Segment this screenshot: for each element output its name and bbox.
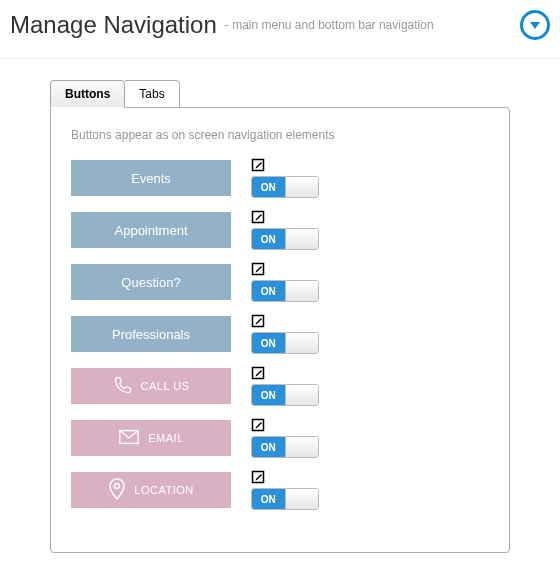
chevron-down-icon: [528, 18, 542, 32]
visibility-toggle[interactable]: ON: [251, 280, 319, 302]
phone-icon: [113, 375, 133, 397]
tab-buttons[interactable]: Buttons: [50, 80, 125, 108]
nav-button-label: Professionals: [112, 327, 190, 342]
edit-icon[interactable]: [251, 470, 265, 484]
nav-row: EMAILON: [71, 418, 489, 458]
toggle-handle: [285, 437, 319, 457]
nav-button-label: CALL US: [141, 380, 190, 392]
nav-button[interactable]: LOCATION: [71, 472, 231, 508]
nav-button-label: Events: [131, 171, 171, 186]
edit-icon[interactable]: [251, 158, 265, 172]
nav-row: CALL USON: [71, 366, 489, 406]
nav-button-label: Appointment: [115, 223, 188, 238]
nav-row: EventsON: [71, 158, 489, 198]
nav-row: ProfessionalsON: [71, 314, 489, 354]
panel-note: Buttons appear as on screen navigation e…: [71, 128, 489, 142]
nav-button[interactable]: Events: [71, 160, 231, 196]
nav-row: Question?ON: [71, 262, 489, 302]
toggle-handle: [285, 385, 319, 405]
header-dropdown-button[interactable]: [520, 10, 550, 40]
buttons-panel: Buttons appear as on screen navigation e…: [50, 107, 510, 553]
toggle-on-label: ON: [252, 333, 285, 353]
tab-tabs[interactable]: Tabs: [125, 80, 179, 108]
edit-icon[interactable]: [251, 262, 265, 276]
toggle-on-label: ON: [252, 437, 285, 457]
page-subtitle: - main menu and bottom bar navigation: [225, 18, 434, 32]
tab-bar: Buttons Tabs: [50, 79, 510, 107]
pin-icon: [108, 478, 126, 502]
nav-button-label: Question?: [121, 275, 180, 290]
svg-point-8: [115, 484, 120, 489]
toggle-handle: [285, 489, 319, 509]
toggle-handle: [285, 333, 319, 353]
nav-row: LOCATIONON: [71, 470, 489, 510]
toggle-on-label: ON: [252, 281, 285, 301]
nav-button[interactable]: EMAIL: [71, 420, 231, 456]
visibility-toggle[interactable]: ON: [251, 176, 319, 198]
page-title: Manage Navigation: [10, 11, 217, 39]
nav-controls: ON: [251, 314, 319, 354]
nav-controls: ON: [251, 366, 319, 406]
visibility-toggle[interactable]: ON: [251, 228, 319, 250]
toggle-on-label: ON: [252, 489, 285, 509]
nav-row: AppointmentON: [71, 210, 489, 250]
content-area: Buttons Tabs Buttons appear as on screen…: [0, 59, 560, 563]
nav-controls: ON: [251, 210, 319, 250]
nav-button[interactable]: CALL US: [71, 368, 231, 404]
nav-controls: ON: [251, 262, 319, 302]
edit-icon[interactable]: [251, 314, 265, 328]
nav-controls: ON: [251, 158, 319, 198]
nav-button[interactable]: Appointment: [71, 212, 231, 248]
toggle-on-label: ON: [252, 177, 285, 197]
nav-button[interactable]: Question?: [71, 264, 231, 300]
visibility-toggle[interactable]: ON: [251, 332, 319, 354]
footer: Continue: [0, 563, 560, 573]
nav-button-label: EMAIL: [148, 432, 184, 444]
visibility-toggle[interactable]: ON: [251, 488, 319, 510]
visibility-toggle[interactable]: ON: [251, 436, 319, 458]
toggle-handle: [285, 229, 319, 249]
envelope-icon: [118, 427, 140, 449]
edit-icon[interactable]: [251, 210, 265, 224]
nav-button-label: LOCATION: [134, 484, 193, 496]
svg-marker-0: [530, 22, 540, 29]
nav-button[interactable]: Professionals: [71, 316, 231, 352]
toggle-on-label: ON: [252, 385, 285, 405]
toggle-on-label: ON: [252, 229, 285, 249]
nav-controls: ON: [251, 470, 319, 510]
toggle-handle: [285, 177, 319, 197]
edit-icon[interactable]: [251, 366, 265, 380]
edit-icon[interactable]: [251, 418, 265, 432]
visibility-toggle[interactable]: ON: [251, 384, 319, 406]
toggle-handle: [285, 281, 319, 301]
nav-controls: ON: [251, 418, 319, 458]
page-header: Manage Navigation - main menu and bottom…: [0, 0, 560, 59]
